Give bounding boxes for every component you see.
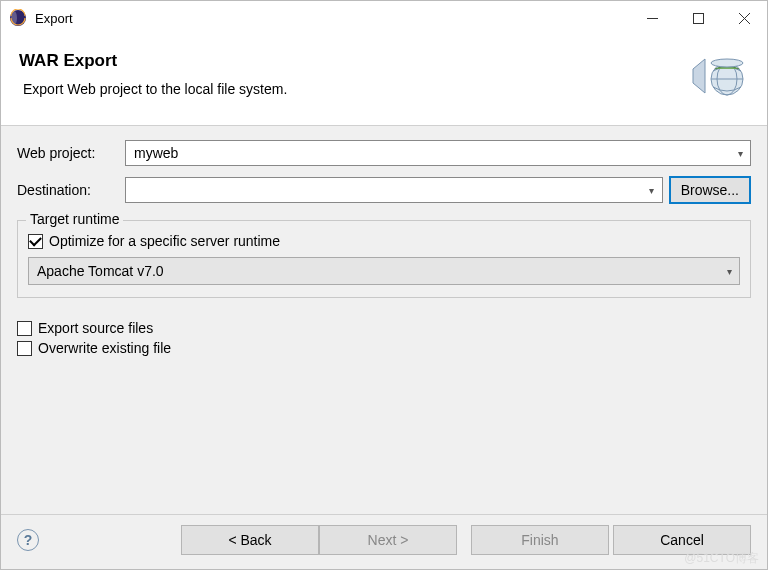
target-runtime-group: Target runtime Optimize for a specific s… — [17, 220, 751, 298]
web-project-label: Web project: — [17, 145, 125, 161]
window-controls — [629, 1, 767, 35]
window-title: Export — [35, 11, 73, 26]
minimize-button[interactable] — [629, 1, 675, 35]
maximize-button[interactable] — [675, 1, 721, 35]
export-source-label: Export source files — [38, 320, 153, 336]
finish-button[interactable]: Finish — [471, 525, 609, 555]
chevron-down-icon: ▾ — [642, 185, 662, 196]
header-description: Export Web project to the local file sys… — [19, 81, 681, 97]
overwrite-label: Overwrite existing file — [38, 340, 171, 356]
eclipse-icon — [9, 9, 27, 27]
titlebar: Export — [1, 1, 767, 35]
chevron-down-icon: ▾ — [719, 266, 739, 277]
chevron-down-icon: ▾ — [730, 148, 750, 159]
runtime-select[interactable]: Apache Tomcat v7.0 ▾ — [28, 257, 740, 285]
header-title: WAR Export — [19, 51, 681, 71]
close-button[interactable] — [721, 1, 767, 35]
svg-rect-3 — [693, 13, 703, 23]
optimize-label: Optimize for a specific server runtime — [49, 233, 280, 249]
overwrite-checkbox[interactable] — [17, 341, 32, 356]
help-icon[interactable]: ? — [17, 529, 39, 551]
export-source-checkbox[interactable] — [17, 321, 32, 336]
cancel-button[interactable]: Cancel — [613, 525, 751, 555]
export-source-row[interactable]: Export source files — [17, 320, 751, 336]
optimize-checkbox-row[interactable]: Optimize for a specific server runtime — [28, 233, 740, 249]
optimize-checkbox[interactable] — [28, 234, 43, 249]
runtime-value: Apache Tomcat v7.0 — [29, 263, 719, 279]
button-bar: ? < Back Next > Finish Cancel — [1, 514, 767, 569]
dialog-content: Web project: myweb ▾ Destination: ▾ Brow… — [1, 126, 767, 514]
web-project-value: myweb — [126, 145, 730, 161]
back-button[interactable]: < Back — [181, 525, 319, 555]
war-export-icon — [691, 49, 749, 107]
options-block: Export source files Overwrite existing f… — [17, 316, 751, 360]
overwrite-row[interactable]: Overwrite existing file — [17, 340, 751, 356]
destination-label: Destination: — [17, 182, 125, 198]
destination-combo[interactable]: ▾ — [125, 177, 663, 203]
next-button[interactable]: Next > — [319, 525, 457, 555]
target-runtime-legend: Target runtime — [26, 211, 123, 227]
svg-point-9 — [711, 59, 743, 67]
web-project-combo[interactable]: myweb ▾ — [125, 140, 751, 166]
browse-button[interactable]: Browse... — [669, 176, 751, 204]
dialog-header: WAR Export Export Web project to the loc… — [1, 35, 767, 126]
export-dialog: Export WAR Export Export Web project to … — [0, 0, 768, 570]
